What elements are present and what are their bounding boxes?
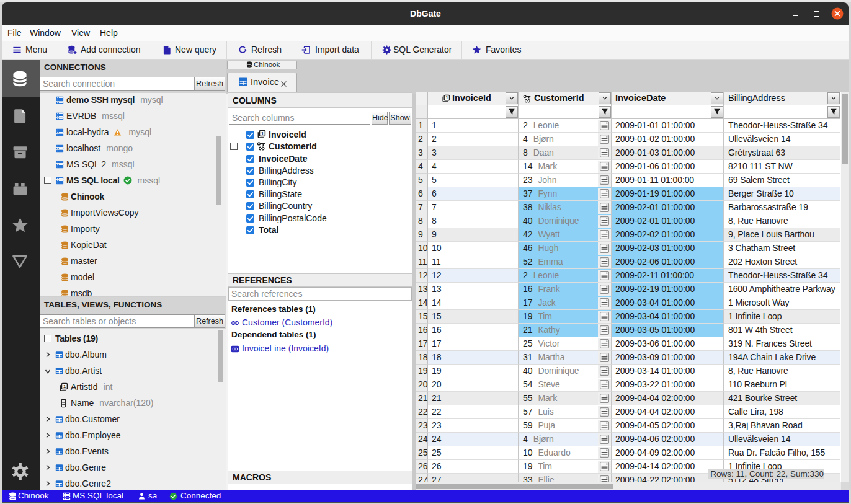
svg-text:1: 1 [63,384,66,389]
svg-text:1: 1 [445,95,448,100]
svg-text:1: 1 [261,131,264,136]
